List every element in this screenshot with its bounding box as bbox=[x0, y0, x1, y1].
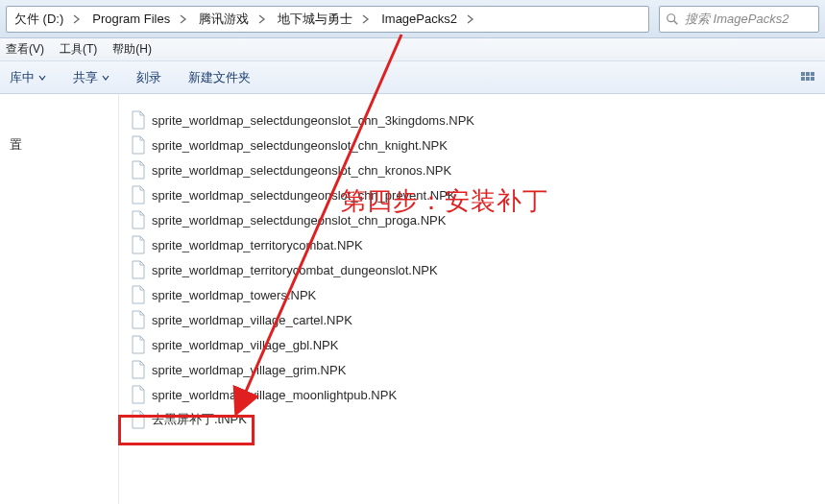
svg-rect-5 bbox=[801, 77, 805, 81]
dropdown-icon bbox=[102, 70, 109, 84]
tool-label: 刻录 bbox=[136, 69, 161, 86]
list-item[interactable]: 去黑屏补丁.tNPK bbox=[129, 407, 815, 432]
tool-share[interactable]: 共享 bbox=[73, 69, 109, 86]
breadcrumb-folder[interactable]: Program Files bbox=[85, 7, 176, 32]
list-item[interactable]: sprite_worldmap_selectdungeonslot_chn_pr… bbox=[129, 207, 815, 232]
tool-label: 新建文件夹 bbox=[188, 69, 251, 86]
address-bar: 欠件 (D:) Program Files 腾讯游戏 地下城与勇士 ImageP… bbox=[0, 0, 825, 38]
svg-line-1 bbox=[674, 20, 678, 24]
tool-include-in-library[interactable]: 库中 bbox=[10, 69, 46, 86]
file-name: sprite_worldmap_selectdungeonslot_chn_pr… bbox=[152, 213, 446, 228]
tool-label: 共享 bbox=[73, 69, 98, 86]
svg-point-0 bbox=[667, 13, 675, 21]
file-icon bbox=[131, 185, 146, 204]
breadcrumb[interactable]: 欠件 (D:) Program Files 腾讯游戏 地下城与勇士 ImageP… bbox=[6, 6, 649, 33]
breadcrumb-drive[interactable]: 欠件 (D:) bbox=[7, 7, 69, 32]
file-list-pane[interactable]: sprite_worldmap_selectdungeonslot_chn_3k… bbox=[119, 94, 825, 504]
sidebar-item[interactable]: 置 bbox=[8, 132, 110, 157]
search-input[interactable]: 搜索 ImagePacks2 bbox=[659, 6, 819, 33]
svg-rect-4 bbox=[811, 72, 814, 76]
dropdown-icon bbox=[38, 70, 46, 84]
file-name: sprite_worldmap_territorycombat.NPK bbox=[152, 238, 363, 252]
chevron-right-icon[interactable] bbox=[255, 7, 270, 32]
menu-bar: 查看(V) 工具(T) 帮助(H) bbox=[0, 38, 825, 61]
file-icon bbox=[131, 310, 146, 329]
file-icon bbox=[131, 360, 146, 379]
toolbar-right bbox=[800, 70, 815, 85]
menu-help[interactable]: 帮助(H) bbox=[112, 41, 152, 58]
file-name: sprite_worldmap_towers.NPK bbox=[152, 288, 316, 302]
file-icon bbox=[131, 110, 146, 130]
navigation-sidebar: 置 bbox=[0, 94, 119, 504]
chevron-right-icon[interactable] bbox=[358, 7, 374, 32]
list-item[interactable]: sprite_worldmap_territorycombat_dungeons… bbox=[129, 257, 815, 282]
file-name: sprite_worldmap_village_grim.NPK bbox=[152, 363, 346, 377]
tool-burn[interactable]: 刻录 bbox=[136, 69, 161, 86]
svg-rect-7 bbox=[811, 77, 814, 81]
list-item[interactable]: sprite_worldmap_selectdungeonslot_chn_kr… bbox=[129, 157, 815, 182]
file-icon bbox=[131, 410, 146, 429]
file-icon bbox=[131, 235, 146, 254]
file-name: sprite_worldmap_village_moonlightpub.NPK bbox=[152, 388, 397, 402]
list-item[interactable]: sprite_worldmap_selectdungeonslot_chn_pr… bbox=[129, 182, 815, 207]
file-icon bbox=[131, 210, 146, 229]
file-icon bbox=[131, 135, 146, 155]
file-name: sprite_worldmap_territorycombat_dungeons… bbox=[152, 263, 438, 277]
list-item[interactable]: sprite_worldmap_village_moonlightpub.NPK bbox=[129, 382, 815, 407]
list-item[interactable]: sprite_worldmap_territorycombat.NPK bbox=[129, 232, 815, 257]
list-item[interactable]: sprite_worldmap_village_gbl.NPK bbox=[129, 332, 815, 357]
file-name: sprite_worldmap_selectdungeonslot_chn_kr… bbox=[152, 163, 451, 178]
breadcrumb-folder[interactable]: 腾讯游戏 bbox=[191, 7, 255, 32]
main-content: 置 sprite_worldmap_selectdungeonslot_chn_… bbox=[0, 94, 825, 504]
file-name: 去黑屏补丁.tNPK bbox=[152, 411, 247, 428]
breadcrumb-folder[interactable]: 地下城与勇士 bbox=[270, 7, 358, 32]
file-name: sprite_worldmap_village_cartel.NPK bbox=[152, 313, 352, 327]
chevron-right-icon[interactable] bbox=[463, 7, 478, 32]
svg-rect-3 bbox=[806, 72, 810, 76]
file-icon bbox=[131, 335, 146, 354]
file-name: sprite_worldmap_selectdungeonslot_chn_kn… bbox=[152, 138, 448, 153]
file-name: sprite_worldmap_selectdungeonslot_chn_pr… bbox=[152, 188, 456, 203]
file-icon bbox=[131, 385, 146, 404]
list-item[interactable]: sprite_worldmap_selectdungeonslot_chn_3k… bbox=[129, 108, 815, 132]
list-item[interactable]: sprite_worldmap_village_grim.NPK bbox=[129, 357, 815, 382]
view-options-icon[interactable] bbox=[800, 70, 815, 85]
menu-view[interactable]: 查看(V) bbox=[6, 41, 44, 58]
tool-new-folder[interactable]: 新建文件夹 bbox=[188, 69, 251, 86]
list-item[interactable]: sprite_worldmap_village_cartel.NPK bbox=[129, 307, 815, 332]
list-item[interactable]: sprite_worldmap_selectdungeonslot_chn_kn… bbox=[129, 132, 815, 157]
file-icon bbox=[131, 260, 146, 279]
file-name: sprite_worldmap_village_gbl.NPK bbox=[152, 338, 338, 352]
chevron-right-icon[interactable] bbox=[69, 7, 85, 32]
search-placeholder: 搜索 ImagePacks2 bbox=[685, 11, 789, 28]
svg-rect-6 bbox=[806, 77, 810, 81]
chevron-right-icon[interactable] bbox=[176, 7, 191, 32]
tool-label: 库中 bbox=[10, 69, 35, 86]
svg-rect-2 bbox=[801, 72, 805, 76]
search-icon bbox=[666, 12, 679, 26]
command-toolbar: 库中 共享 刻录 新建文件夹 bbox=[0, 61, 825, 94]
menu-tools[interactable]: 工具(T) bbox=[60, 41, 97, 58]
list-item[interactable]: sprite_worldmap_towers.NPK bbox=[129, 282, 815, 307]
file-icon bbox=[131, 285, 146, 304]
file-name: sprite_worldmap_selectdungeonslot_chn_3k… bbox=[152, 113, 474, 128]
breadcrumb-current[interactable]: ImagePacks2 bbox=[374, 7, 463, 32]
file-icon bbox=[131, 160, 146, 180]
